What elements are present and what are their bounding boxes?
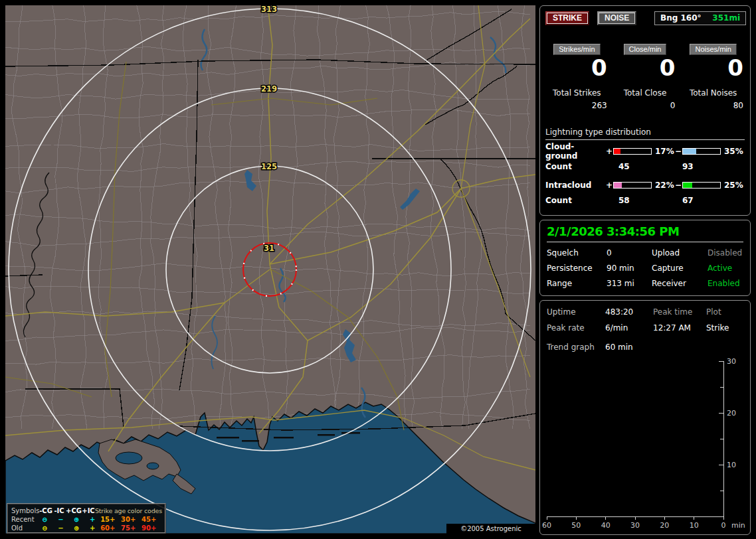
app-window: { "map": { "ring_labels": ["313", "219",… (0, 0, 756, 539)
upload-status: Disabled (708, 248, 743, 258)
squelch-label: Squelch (547, 248, 607, 258)
strike-stats-panel: STRIKE NOISE Bng 160° 351mi Strikes/min … (539, 5, 751, 216)
status-row: Squelch 0 Upload Disabled (547, 248, 743, 258)
legend-col-pos-ic: +IC (82, 506, 95, 515)
svg-text:0: 0 (721, 521, 726, 530)
legend-old-label: Old (11, 524, 37, 532)
plus-sign: + (605, 147, 613, 156)
trend-graph-chart: 3020106050403020100min (540, 352, 750, 533)
map-canvas[interactable]: 313 219 125 31 Symbols -CG -IC +CG +IC S… (5, 5, 535, 534)
cg-negative-count: 93 (682, 162, 694, 171)
capture-status: Active (708, 264, 743, 273)
trend-graph-row: Trend graph 60 min (547, 343, 743, 352)
stats-row: Peak rate 6/min 12:27 AM Strike (547, 323, 743, 333)
old-pos-ic-icon: + (84, 524, 100, 532)
capture-label: Capture (652, 264, 708, 273)
cg-positive-count: 45 (618, 162, 682, 171)
age-60: 60+ (100, 524, 120, 532)
cg-negative-bar (682, 148, 721, 155)
total-close-value: 0 (615, 101, 676, 110)
age-75: 75+ (121, 524, 141, 532)
intracloud-count-row: Count 58 67 (545, 196, 745, 205)
ring-label-219: 219 (261, 84, 277, 94)
legend-col-neg-cg: -CG (39, 506, 52, 515)
map-legend: Symbols -CG -IC +CG +IC Strike age color… (7, 503, 166, 534)
ic-positive-pct: 22% (652, 181, 674, 190)
svg-text:30: 30 (630, 521, 640, 530)
status-panel: 2/1/2026 3:34:56 PM Squelch 0 Upload Dis… (539, 220, 751, 296)
legend-recent-label: Recent (11, 515, 37, 524)
status-row: Persistence 90 min Capture Active (547, 264, 743, 273)
persistence-label: Persistence (547, 264, 607, 273)
close-counter-column: Close/min 0 Total Close 0 (611, 44, 680, 110)
age-45: 45+ (142, 515, 161, 524)
strike-mode-button[interactable]: STRIKE (545, 11, 589, 25)
ic-negative-bar (682, 182, 721, 189)
count-label: Count (545, 162, 605, 171)
svg-text:20: 20 (727, 409, 736, 418)
ring-label-125: 125 (261, 162, 277, 171)
squelch-value: 0 (607, 248, 652, 258)
trend-panel: Uptime 483:20 Peak time Plot Peak rate 6… (539, 300, 751, 535)
recent-pos-cg-icon: ⊕ (68, 515, 84, 524)
cg-negative-pct: 35% (721, 147, 743, 156)
range-value: 313 mi (607, 279, 652, 288)
svg-text:20: 20 (660, 521, 669, 530)
receiver-label: Receiver (652, 279, 708, 288)
cg-positive-pct: 17% (652, 147, 674, 156)
total-strikes-label: Total Strikes (547, 88, 607, 98)
count-label: Count (545, 196, 605, 205)
noises-per-min-button[interactable]: Noises/min (690, 44, 736, 55)
total-noises-label: Total Noises (683, 88, 743, 98)
svg-text:50: 50 (571, 521, 581, 530)
plus-sign: + (605, 181, 613, 190)
current-datetime: 2/1/2026 3:34:56 PM (547, 224, 743, 242)
ic-negative-count: 67 (682, 196, 694, 205)
strikes-per-min-value: 0 (547, 56, 607, 79)
svg-text:60: 60 (542, 521, 551, 530)
total-strikes-value: 263 (547, 101, 607, 110)
svg-text:10: 10 (727, 461, 736, 469)
bearing-label: Bng 160° (660, 13, 702, 23)
recent-pos-ic-icon: + (84, 515, 100, 524)
svg-text:30: 30 (727, 357, 736, 366)
map-graphic: 313 219 125 31 (5, 5, 535, 534)
ring-label-31: 31 (264, 244, 274, 253)
svg-text:40: 40 (601, 521, 611, 530)
minus-sign: − (674, 147, 682, 156)
noises-per-min-value: 0 (683, 56, 743, 79)
copyright-notice: ©2005 Astrogenic Systems (446, 524, 535, 534)
old-neg-cg-icon: ⊖ (37, 524, 53, 532)
intracloud-row: Intracloud + 22% − 25% (545, 180, 745, 190)
intracloud-label: Intracloud (545, 181, 605, 190)
legend-age-header: Strike age color codes (95, 506, 161, 515)
cloud-ground-label: Cloud-ground (545, 142, 605, 161)
close-per-min-button[interactable]: Close/min (624, 44, 667, 55)
strikes-per-min-button[interactable]: Strikes/min (553, 44, 600, 55)
cloud-ground-row: Cloud-ground + 17% − 35% (545, 146, 745, 156)
age-90: 90+ (142, 524, 161, 532)
cloud-ground-count-row: Count 45 93 (545, 162, 745, 171)
svg-text:10: 10 (690, 521, 699, 530)
status-row: Range 313 mi Receiver Enabled (547, 279, 743, 288)
minus-sign: − (674, 181, 682, 190)
age-15: 15+ (100, 515, 120, 524)
lightning-type-distribution: Lightning type distribution Cloud-ground… (540, 127, 750, 205)
recent-neg-cg-icon: ⊖ (37, 515, 53, 524)
old-pos-cg-icon: ⊕ (68, 524, 84, 532)
plot-header: Plot (706, 307, 743, 317)
cg-positive-bar (613, 148, 652, 155)
noise-mode-button[interactable]: NOISE (597, 11, 636, 25)
stats-row: Uptime 483:20 Peak time Plot (547, 307, 743, 317)
total-close-label: Total Close (615, 88, 676, 98)
close-per-min-value: 0 (615, 56, 676, 79)
old-neg-ic-icon: − (52, 524, 68, 532)
peak-rate-value: 6/min (605, 323, 653, 333)
legend-col-neg-ic: -IC (52, 506, 66, 515)
bearing-range: 351mi (712, 13, 740, 23)
persistence-value: 90 min (607, 264, 652, 273)
svg-text:min: min (731, 521, 745, 530)
legend-symbols-header: Symbols (11, 506, 39, 515)
plot-value: Strike (706, 323, 743, 333)
receiver-status: Enabled (708, 279, 743, 288)
